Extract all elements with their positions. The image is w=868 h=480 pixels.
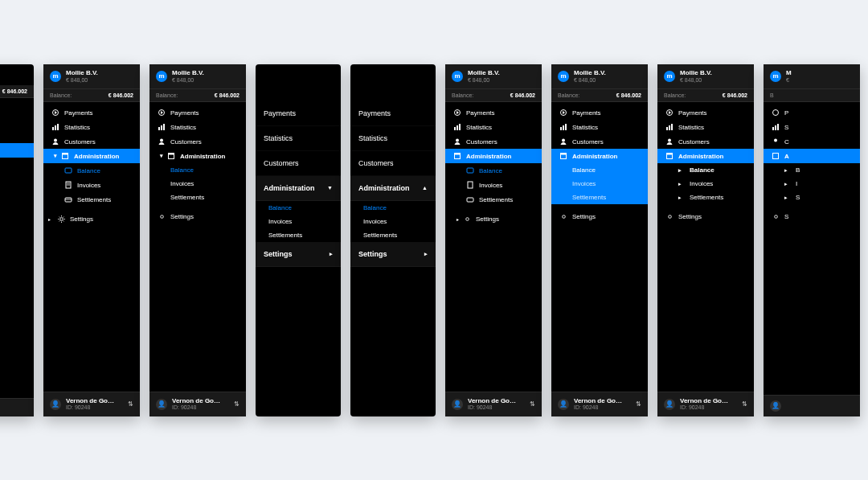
balance-row: Balance:€ 846.002 — [657, 89, 754, 102]
nav-balance[interactable]: Balance — [350, 201, 436, 215]
svg-rect-11 — [65, 198, 72, 202]
nav-customers[interactable]: Customers — [350, 151, 436, 176]
gear-icon — [772, 212, 780, 220]
sidebar-header[interactable]: mMollie B.V.€ 848,00 — [657, 64, 754, 90]
nav-statistics[interactable]: Statistics — [657, 120, 754, 134]
nav-statistics[interactable]: S — [764, 120, 860, 134]
nav-payments[interactable]: Payments — [551, 105, 648, 120]
svg-rect-33 — [459, 124, 461, 130]
nav-payments[interactable]: Payments — [256, 101, 341, 126]
chevron-down-icon: ▾ — [158, 152, 166, 160]
sidebar-header[interactable]: m Mollie B.V. € 848,00 — [43, 64, 140, 90]
nav-settlements[interactable]: Settlements — [445, 192, 542, 207]
nav-settlements[interactable]: ▸S — [764, 191, 860, 204]
nav-invoices[interactable]: Invoices — [445, 178, 542, 192]
nav-statistics[interactable]: Statistics — [445, 120, 542, 134]
svg-rect-6 — [63, 154, 68, 155]
balance-row: Balance: € 846.002 — [43, 89, 140, 102]
nav-customers[interactable]: Customers — [551, 134, 648, 149]
nav-customers[interactable]: Customers — [149, 134, 246, 149]
nav-administration[interactable]: Administration — [551, 149, 648, 163]
nav-statistics[interactable]: Statistics — [256, 126, 341, 151]
nav-settings[interactable]: Settings — [149, 209, 246, 224]
nav-balance[interactable]: Balance — [149, 163, 246, 177]
nav-customers[interactable]: Customers — [445, 134, 542, 149]
svg-rect-3 — [57, 124, 59, 130]
nav-balance[interactable]: Balance — [43, 163, 140, 178]
nav-customers[interactable]: Customers — [43, 134, 140, 149]
balance-value: € 846.002 — [723, 92, 747, 98]
sidebar-header[interactable]: m Mollie B.V.€ 848,00 — [445, 64, 542, 90]
nav-invoices[interactable]: Invoices — [256, 215, 341, 228]
nav-balance[interactable]: Balance — [551, 163, 648, 177]
nav-settings[interactable]: ▸Settings — [445, 211, 542, 226]
nav-invoices[interactable]: ▸I — [764, 177, 860, 191]
svg-rect-28 — [169, 154, 174, 155]
nav-statistics[interactable]: Statistics — [350, 126, 436, 151]
nav-invoices[interactable]: Invoices — [43, 178, 140, 192]
sidebar-header[interactable]: m Mollie B.V. € 848,00 — [149, 64, 246, 90]
nav-settings[interactable]: Settings — [657, 209, 754, 224]
nav-invoices[interactable]: ▸Invoices — [657, 177, 754, 191]
user-footer[interactable]: 👤Vernon de Go…ID: 90248⇅ — [657, 392, 754, 416]
nav-invoices[interactable]: Invoices — [551, 177, 648, 191]
nav-customers[interactable]: C — [764, 134, 860, 149]
sidebar-header[interactable]: mMollie B.V.€ 848,00 — [551, 64, 648, 90]
nav-payments[interactable]: Payments — [657, 105, 754, 120]
nav-balance[interactable]: ▸Balance — [657, 163, 754, 177]
nav-settlements[interactable]: Settlements — [350, 228, 436, 242]
avatar: 👤 — [770, 400, 781, 412]
nav-settlements[interactable]: Settlements — [256, 228, 341, 242]
nav-invoices[interactable]: Invoices — [149, 177, 246, 191]
nav-balance[interactable]: ▸B — [764, 163, 860, 177]
nav-payments[interactable]: Payments — [43, 105, 140, 120]
nav-settlements[interactable]: Settlements — [43, 192, 140, 207]
sort-icon[interactable]: ⇅ — [742, 400, 747, 408]
nav-administration[interactable]: Administration▼ — [256, 176, 341, 201]
nav-settings[interactable]: ▸ Settings — [43, 211, 140, 226]
nav-settlements[interactable]: ▸Settlements — [657, 191, 754, 204]
user-footer[interactable]: 👤Vernon de Go…ID: 90248⇅ — [445, 392, 542, 416]
user-footer[interactable]: 👤Vernon de Go…ID: 90248⇅ — [551, 392, 648, 416]
nav-settings[interactable]: Settings▸ — [350, 242, 436, 267]
nav-settings[interactable]: Settings▸ — [256, 242, 341, 267]
nav-statistics[interactable]: Statistics — [43, 120, 140, 134]
nav-settlements[interactable]: Settlements — [551, 191, 648, 204]
nav-invoices[interactable]: Invoices — [350, 215, 436, 228]
nav-administration[interactable]: Administration▲ — [350, 176, 436, 201]
nav-administration[interactable]: ▾ Administration — [43, 149, 140, 163]
nav-statistics[interactable]: Statistics — [551, 120, 648, 134]
sidebar-variant-7: mMollie B.V.€ 848,00 Balance:€ 846.002 P… — [657, 64, 754, 416]
sort-icon[interactable]: ⇅ — [636, 400, 641, 408]
user-id: ID: 90248 — [680, 404, 728, 411]
nav-balance[interactable]: Balance — [256, 201, 341, 215]
nav: Payments Statistics Customers ▾Administr… — [149, 102, 246, 391]
nav-settings[interactable]: S — [764, 209, 860, 224]
svg-rect-25 — [163, 124, 165, 130]
payments-icon — [665, 109, 674, 117]
nav-payments[interactable]: Payments — [149, 105, 246, 120]
nav-customers[interactable]: Customers — [256, 151, 341, 176]
nav-administration[interactable]: Administration — [657, 149, 754, 163]
nav-administration[interactable]: Administration — [445, 149, 542, 163]
user-footer[interactable]: 👤 Vernon de Goede ID: 90248 ⇅ — [43, 392, 140, 416]
nav-balance[interactable]: Balance — [445, 163, 542, 178]
nav-statistics[interactable]: Statistics — [149, 120, 246, 134]
sort-icon[interactable]: ⇅ — [234, 400, 240, 408]
sort-icon[interactable]: ⇅ — [530, 400, 535, 408]
user-footer[interactable]: de — [0, 398, 34, 416]
user-footer[interactable]: 👤 Vernon de GoedeID: 90248 ⇅ — [149, 392, 246, 416]
active-row-stub[interactable] — [0, 143, 34, 158]
nav-payments[interactable]: P — [764, 105, 860, 120]
nav-settlements[interactable]: Settlements — [149, 191, 246, 204]
user-footer[interactable]: 👤 — [764, 395, 860, 416]
sort-icon[interactable]: ⇅ — [128, 400, 133, 408]
nav-administration[interactable]: A — [764, 149, 860, 163]
nav-settings[interactable]: Settings — [551, 209, 648, 224]
user-name: Vernon de Go… — [468, 397, 516, 405]
nav-payments[interactable]: Payments — [445, 105, 542, 120]
nav-customers[interactable]: Customers — [657, 134, 754, 149]
nav-administration[interactable]: ▾Administration — [149, 149, 246, 163]
nav-payments[interactable]: Payments — [350, 101, 436, 126]
sidebar-header[interactable]: mM€ — [764, 64, 860, 90]
